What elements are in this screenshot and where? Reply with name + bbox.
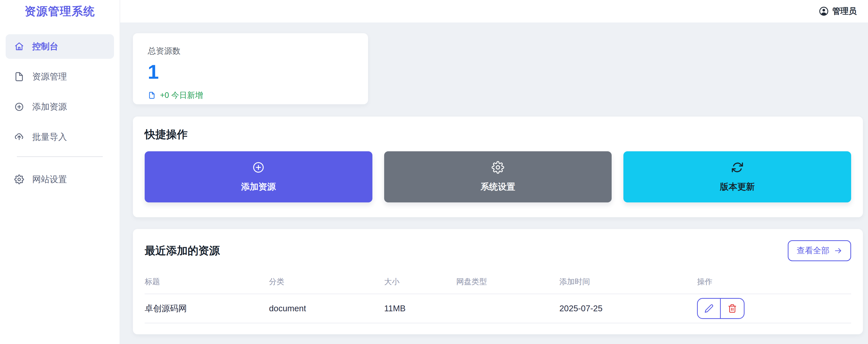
stat-value: 1 <box>148 62 353 82</box>
user-menu[interactable]: 管理员 <box>819 6 857 17</box>
home-icon <box>14 42 24 51</box>
stat-delta: +0 今日新增 <box>148 90 353 101</box>
sidebar: 资源管理系统 控制台 资源管理 添加资源 批量导入 <box>0 0 120 344</box>
sidebar-nav: 控制台 资源管理 添加资源 批量导入 网站设置 <box>0 23 120 192</box>
stat-label: 总资源数 <box>148 45 353 57</box>
sidebar-item-add-resource[interactable]: 添加资源 <box>6 95 114 119</box>
main-content: 总资源数 1 +0 今日新增 快捷操作 添加资源 系统设置 <box>120 23 868 344</box>
sidebar-item-label: 控制台 <box>32 41 58 53</box>
plus-circle-icon <box>252 161 265 174</box>
quick-actions-title: 快捷操作 <box>145 127 851 142</box>
arrow-right-icon <box>834 247 842 255</box>
gear-icon <box>492 161 504 174</box>
column-header-size: 大小 <box>384 272 456 294</box>
sidebar-item-label: 添加资源 <box>32 101 67 113</box>
column-header-disk-type: 网盘类型 <box>456 272 559 294</box>
sidebar-item-batch-import[interactable]: 批量导入 <box>6 125 114 149</box>
pencil-icon <box>705 304 714 313</box>
user-name: 管理员 <box>832 6 857 17</box>
file-icon <box>14 72 24 82</box>
sidebar-item-console[interactable]: 控制台 <box>6 34 114 59</box>
app-title: 资源管理系统 <box>0 0 120 23</box>
view-all-button[interactable]: 查看全部 <box>788 240 851 261</box>
trash-icon <box>728 304 737 313</box>
add-resource-button[interactable]: 添加资源 <box>145 151 372 202</box>
cloud-upload-icon <box>14 132 24 142</box>
quick-actions-row: 添加资源 系统设置 版本更新 <box>145 151 851 202</box>
gear-icon <box>14 175 24 184</box>
delete-button[interactable] <box>721 299 744 318</box>
quick-action-label: 添加资源 <box>241 181 276 193</box>
cell-category: document <box>269 294 384 323</box>
sidebar-item-label: 批量导入 <box>32 131 67 143</box>
edit-button[interactable] <box>698 299 721 318</box>
recent-resources-header: 最近添加的资源 查看全部 <box>145 240 851 261</box>
view-all-label: 查看全部 <box>797 245 829 256</box>
sidebar-item-label: 资源管理 <box>32 71 67 83</box>
topbar: 管理员 <box>120 0 868 23</box>
version-update-button[interactable]: 版本更新 <box>623 151 851 202</box>
recent-resources-title: 最近添加的资源 <box>145 244 220 258</box>
cell-disk-type <box>456 294 559 323</box>
table-row: 卓创源码网 document 11MB 2025-07-25 <box>145 294 851 323</box>
sidebar-item-resource-management[interactable]: 资源管理 <box>6 64 114 89</box>
column-header-title: 标题 <box>145 272 269 294</box>
cell-added-time: 2025-07-25 <box>559 294 697 323</box>
sidebar-item-label: 网站设置 <box>32 174 67 185</box>
recent-resources-panel: 最近添加的资源 查看全部 标题 分类 大小 网盘类型 添加时间 <box>133 229 863 334</box>
quick-actions-panel: 快捷操作 添加资源 系统设置 版本更新 <box>133 117 863 217</box>
column-header-added-time: 添加时间 <box>559 272 697 294</box>
refresh-icon <box>731 161 744 174</box>
cell-title: 卓创源码网 <box>145 294 269 323</box>
system-settings-button[interactable]: 系统设置 <box>384 151 612 202</box>
column-header-actions: 操作 <box>697 272 851 294</box>
sidebar-divider <box>17 156 103 157</box>
recent-resources-table: 标题 分类 大小 网盘类型 添加时间 操作 卓创源码网 document 11M… <box>145 272 851 323</box>
stat-delta-label: +0 今日新增 <box>160 90 203 101</box>
table-header-row: 标题 分类 大小 网盘类型 添加时间 操作 <box>145 272 851 294</box>
cell-size: 11MB <box>384 294 456 323</box>
row-action-group <box>697 298 745 319</box>
quick-action-label: 系统设置 <box>480 181 515 193</box>
plus-circle-icon <box>14 102 24 112</box>
user-circle-icon <box>819 6 829 16</box>
sidebar-item-site-settings[interactable]: 网站设置 <box>6 167 114 192</box>
file-icon <box>148 91 156 99</box>
cell-actions <box>697 294 851 323</box>
total-resources-card: 总资源数 1 +0 今日新增 <box>133 33 368 104</box>
column-header-category: 分类 <box>269 272 384 294</box>
quick-action-label: 版本更新 <box>720 181 755 193</box>
